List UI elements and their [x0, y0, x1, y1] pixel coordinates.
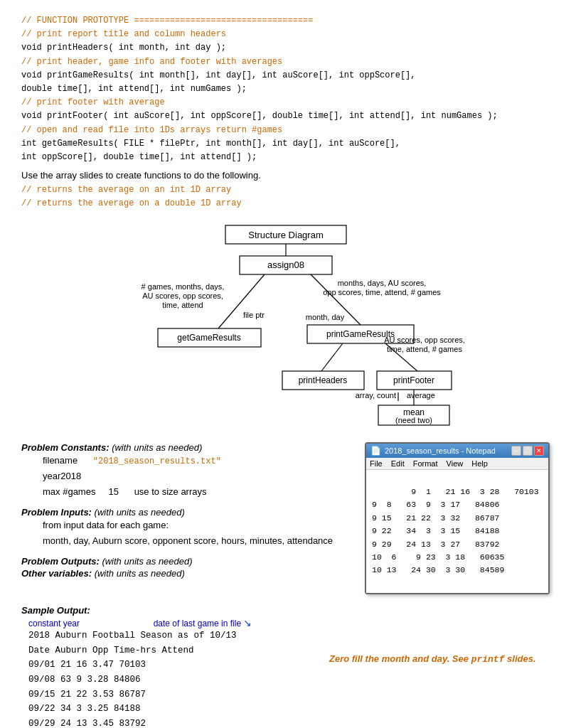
bottom-area: Problem Constants: (with units as needed…: [21, 442, 550, 595]
code-line9: int getGameResults( FILE * filePtr, int …: [21, 139, 400, 149]
notepad-maximize-btn[interactable]: □: [523, 446, 533, 456]
sample-output-section: Sample Output: constant year date of las…: [21, 605, 550, 728]
notepad-row-3: 9 22 34 3 3 15 84188: [372, 526, 499, 535]
code-line9b: int oppScore[], double time[], int atten…: [21, 152, 257, 162]
output-row0: 09/01 21 16 3.47 70103: [28, 658, 329, 673]
output-row1: 09/08 63 9 3.28 84806: [28, 673, 329, 687]
au-scores-label2: time, attend, # games: [387, 345, 462, 353]
output-main: 2018 Auburn Football Season as of 10/13 …: [21, 628, 329, 728]
code-comment8: // open and read file into 1Ds arrays re…: [21, 125, 282, 135]
notepad-outer: 📄 2018_season_results - Notepad ─ □ ✕ Fi…: [365, 442, 550, 595]
max-row: max #games 15 use to size arrays: [43, 484, 351, 500]
notepad-menubar: File Edit Format View Help: [366, 458, 548, 470]
code-comment10: // returns the average on a double 1D ar…: [21, 198, 242, 208]
code-line5: void printGameResults( int month[], int …: [21, 70, 416, 80]
svg-line-7: [321, 343, 343, 371]
code-comment9: // returns the average on an int 1D arra…: [21, 185, 231, 195]
diagram-svg: Structure Diagram assign08 # games, mont…: [101, 222, 471, 428]
code-plain1: Use the array slides to create functions…: [21, 170, 261, 181]
problem-outputs-section: Problem Outputs: (with units as needed) …: [21, 556, 351, 579]
output-annotations: constant year date of last game in file …: [28, 617, 550, 628]
diagram-printHeaders: printHeaders: [298, 375, 347, 385]
right-label2: opp scores, time, attend, # games: [323, 288, 441, 296]
code-comment6: // print footer with average: [21, 97, 165, 107]
diagram-mean2: (need two): [395, 416, 432, 424]
code-section: // FUNCTION PROTOTYPE ==================…: [21, 14, 550, 211]
notepad-row-6: 10 13 24 30 3 30 84589: [372, 565, 504, 574]
output-row3: 09/22 34 3 3.25 84188: [28, 702, 329, 717]
menu-format[interactable]: Format: [413, 459, 438, 468]
average-label: average: [407, 391, 435, 400]
notepad-close-btn[interactable]: ✕: [534, 446, 544, 456]
max-label: max #games: [43, 486, 95, 497]
annotation2: date of last game in file: [154, 619, 241, 628]
annotation2-container: date of last game in file ↘: [154, 619, 252, 628]
code-comment2: // print report title and column headers: [21, 29, 226, 39]
notepad-row-2: 9 15 21 22 3 32 86787: [372, 513, 499, 523]
annotation1: constant year: [28, 619, 80, 628]
right-label1: months, days, AU scores,: [337, 279, 426, 287]
structure-diagram: Structure Diagram assign08 # games, mont…: [21, 222, 550, 428]
code-line5b: double time[], int attend[], int numGame…: [21, 84, 247, 94]
left-label2: AU scores, opp scores,: [142, 291, 223, 300]
filename-label: filename: [43, 455, 78, 466]
output-row-main: 2018 Auburn Football Season as of 10/13 …: [21, 628, 550, 728]
year-label: year2018: [43, 471, 81, 481]
constants-title: Problem Constants: (with units as needed…: [21, 442, 202, 453]
notepad-title: 2018_season_results - Notepad: [385, 446, 496, 455]
menu-edit[interactable]: Edit: [391, 459, 405, 468]
diagram-title: Structure Diagram: [248, 230, 323, 240]
output-season-header: 2018 Auburn Football Season as of 10/13: [28, 628, 329, 643]
left-label3: time, attend: [162, 301, 203, 309]
inputs-line2: month, day, Auburn score, opponent score…: [43, 533, 351, 549]
slides-note: slides.: [507, 653, 535, 664]
printf-note: printf: [471, 654, 505, 665]
max-value: 15: [108, 486, 118, 497]
notepad-window: 📄 2018_season_results - Notepad ─ □ ✕ Fi…: [365, 442, 550, 595]
zero-fill-note-container: Zero fill the month and day. See printf …: [329, 628, 550, 665]
notepad-controls[interactable]: ─ □ ✕: [511, 446, 544, 456]
notepad-title-left: 📄 2018_season_results - Notepad: [370, 446, 496, 456]
diagram-root: assign08: [267, 259, 304, 270]
au-scores-label1: AU scores, opp scores,: [384, 336, 465, 344]
constants-content: filename "2018_season_results.txt" year2…: [43, 453, 351, 500]
diagram-printFooter: printFooter: [393, 375, 434, 385]
left-label1: # games, months, days,: [141, 282, 224, 291]
filename-value: "2018_season_results.txt": [93, 456, 221, 466]
code-line3: void printHeaders( int month, int day );: [21, 43, 226, 53]
output-row4: 09/29 24 13 3.45 83792: [28, 717, 329, 728]
sample-output-title: Sample Output:: [21, 605, 550, 616]
problem-inputs-section: Problem Inputs: (with units as needed) f…: [21, 507, 351, 549]
zero-fill-note: Zero fill the month and day. See: [329, 653, 469, 664]
inputs-line1: from input data for each game:: [43, 518, 351, 533]
code-line7: void printFooter( int auScore[], int opp…: [21, 111, 498, 121]
notepad-row-5: 10 6 9 23 3 18 60635: [372, 552, 504, 562]
outputs-title: Problem Outputs: (with units as needed): [21, 556, 351, 567]
diagram-get: getGameResults: [177, 333, 240, 343]
output-col-header: Date Auburn Opp Time-hrs Attend: [28, 643, 329, 658]
inputs-title: Problem Inputs: (with units as needed): [21, 507, 185, 518]
other-vars-title: Other variables: (with units as needed): [21, 568, 351, 579]
output-header: 2018 Auburn Football Season as of 10/13 …: [28, 628, 329, 728]
problem-constants-section: Problem Constants: (with units as needed…: [21, 442, 351, 500]
fileptr-label: file ptr: [243, 311, 265, 319]
filename-row: filename "2018_season_results.txt": [43, 453, 351, 469]
month-day-label: month, day: [305, 313, 344, 321]
notepad-row-4: 9 29 24 13 3 27 83792: [372, 540, 499, 549]
left-info: Problem Constants: (with units as needed…: [21, 442, 351, 595]
menu-view[interactable]: View: [447, 459, 464, 468]
code-comment1: // FUNCTION PROTOTYPE ==================…: [21, 16, 313, 26]
year-row: year2018: [43, 469, 351, 484]
array-count-label: array, count: [355, 391, 395, 400]
menu-help[interactable]: Help: [471, 459, 488, 468]
notepad-row-1: 9 8 63 9 3 17 84806: [372, 500, 499, 509]
notepad-titlebar: 📄 2018_season_results - Notepad ─ □ ✕: [366, 444, 548, 458]
menu-file[interactable]: File: [370, 459, 383, 468]
svg-line-3: [218, 274, 265, 328]
output-row2: 09/15 21 22 3.53 86787: [28, 687, 329, 702]
notepad-row-0: 9 1 21 16 3 28 70103: [411, 487, 538, 496]
notepad-content: 9 1 21 16 3 28 70103 9 8 63 9 3 17 84806…: [366, 470, 548, 594]
inputs-content: from input data for each game: month, da…: [43, 518, 351, 549]
notepad-minimize-btn[interactable]: ─: [511, 446, 521, 456]
max-note: use to size arrays: [134, 486, 207, 497]
